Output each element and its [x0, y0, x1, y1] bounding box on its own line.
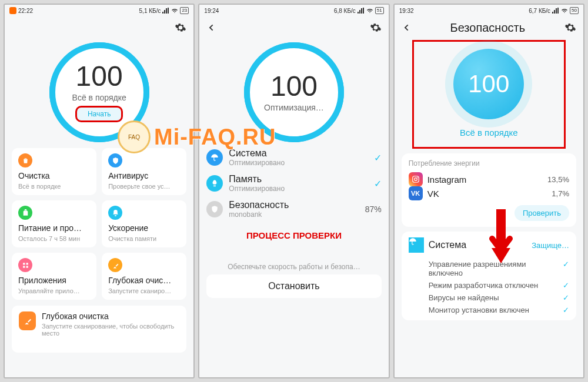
- score-subtitle: Всё в порядке: [460, 128, 518, 138]
- optimize-list: СистемаОптимизировано✓ПамятьОптимизирова…: [199, 142, 388, 219]
- wifi-icon: [561, 7, 568, 14]
- tile-title: Глубокая очис…: [108, 276, 180, 285]
- tile-sub: Управляйте прило…: [18, 287, 90, 294]
- status-net-speed: 5,1 КБ/с: [139, 8, 161, 14]
- status-net-speed: 6,8 КБ/с: [334, 8, 356, 14]
- tile-sub: Всё в порядке: [18, 183, 90, 190]
- header-row: Безопасность: [395, 16, 583, 39]
- shield-icon: [206, 201, 223, 217]
- shield-icon: [108, 153, 122, 167]
- back-icon[interactable]: [402, 23, 411, 32]
- energy-row[interactable]: Instagram13,5%: [409, 172, 569, 186]
- system-status: Защище…: [532, 241, 569, 250]
- tile-bell[interactable]: УскорениеОчистка памяти: [102, 200, 186, 247]
- item-sub: Оптимизировано: [229, 159, 368, 167]
- bullet-item: Управление разрешениями включено✓: [429, 260, 569, 277]
- score-area: 100 Всё в порядке Начать: [5, 39, 193, 142]
- score-value: 100: [264, 72, 324, 100]
- check-icon: ✓: [563, 306, 569, 314]
- score-subtitle: Всё в порядке: [72, 93, 126, 102]
- battery-icon: [18, 206, 32, 220]
- status-net-speed: 6,7 КБ/с: [529, 8, 550, 14]
- tile-apps[interactable]: ПриложенияУправляйте прило…: [12, 253, 96, 300]
- status-battery: 23: [180, 7, 189, 14]
- trash-icon: [18, 153, 32, 167]
- instagram-icon: [409, 172, 423, 186]
- check-button[interactable]: Проверить: [514, 205, 569, 221]
- score-subtitle: Оптимизация…: [264, 103, 324, 112]
- item-title: Безопасность: [229, 200, 359, 210]
- wifi-icon: [366, 7, 373, 14]
- phone-screen-3: 19:32 6,7 КБ/с 50 Безопасность 100 Всё в…: [393, 4, 584, 378]
- vk-icon: VK: [409, 186, 423, 200]
- broom-icon: [108, 258, 122, 272]
- signal-icon: [552, 8, 559, 14]
- status-bar: 22:22 5,1 КБ/с 23: [5, 5, 193, 16]
- status-time: 19:24: [204, 8, 219, 14]
- bullet-item: Монитор установки включен✓: [429, 306, 569, 314]
- check-icon: ✓: [374, 152, 382, 163]
- tiles-grid: ОчисткаВсё в порядкеАнтивирусПроверьте с…: [5, 142, 193, 300]
- item-sub: Оптимизировано: [229, 185, 368, 193]
- status-time: 22:22: [18, 8, 33, 14]
- umbrella-icon: [409, 237, 424, 253]
- list-item[interactable]: СистемаОптимизировано✓: [206, 148, 381, 167]
- app-name: Instagram: [427, 175, 543, 185]
- system-title: Система: [429, 240, 527, 250]
- item-title: Память: [229, 174, 368, 185]
- promo-title: Глубокая очистка: [42, 311, 179, 321]
- header-row: [199, 16, 388, 39]
- mi-badge-icon: [9, 7, 16, 14]
- app-percent: 1,7%: [552, 189, 569, 198]
- check-icon: ✓: [563, 260, 569, 269]
- energy-card: Потребление энергии Instagram13,5%VKVK1,…: [402, 153, 576, 227]
- tile-sub: Проверьте свое ус…: [108, 183, 180, 190]
- tile-trash[interactable]: ОчисткаВсё в порядке: [12, 148, 96, 195]
- energy-head: Потребление энергии: [409, 159, 569, 167]
- item-title: Система: [229, 148, 368, 159]
- broom-icon: [19, 311, 36, 330]
- gear-icon[interactable]: [564, 22, 576, 33]
- list-item[interactable]: Безопасностьmonobank87%: [206, 200, 381, 219]
- caption-process: ПРОЦЕСС ПРОВЕРКИ: [199, 230, 388, 240]
- signal-icon: [358, 8, 365, 14]
- tile-sub: Очистка памяти: [108, 235, 180, 242]
- start-button[interactable]: Начать: [75, 106, 123, 122]
- page-title: Безопасность: [411, 21, 564, 35]
- gear-icon[interactable]: [175, 22, 186, 33]
- score-ring: 100 Всё в порядке Начать: [49, 42, 149, 142]
- tile-shield[interactable]: АнтивирусПроверьте свое ус…: [102, 148, 186, 195]
- check-icon: ✓: [563, 281, 569, 290]
- tile-broom[interactable]: Глубокая очис…Запустите сканиро…: [102, 253, 186, 300]
- header-row: [5, 16, 193, 39]
- umbrella-icon: [206, 149, 223, 166]
- score-area-highlight: 100 Всё в порядке: [412, 40, 566, 149]
- gear-icon[interactable]: [370, 22, 382, 33]
- list-item[interactable]: ПамятьОптимизировано✓: [206, 174, 381, 193]
- tile-title: Очистка: [18, 171, 90, 180]
- status-bar: 19:24 6,8 КБ/с 51: [199, 5, 388, 16]
- promo-sub: Запустите сканирование, чтобы освободить…: [42, 323, 179, 337]
- wifi-icon: [171, 7, 178, 14]
- score-ring: 100 Оптимизация…: [244, 42, 344, 142]
- tile-battery[interactable]: Питание и про…Осталось 7 ч 58 мин: [12, 200, 96, 247]
- percent-value: 87%: [365, 205, 382, 214]
- tile-title: Питание и про…: [18, 223, 90, 233]
- bullet-item: Вирусы не найдены✓: [429, 293, 569, 302]
- system-card[interactable]: Система Защище… Управление разрешениями …: [402, 232, 576, 320]
- rocket-icon: [206, 175, 223, 192]
- item-sub: monobank: [229, 210, 359, 219]
- energy-row[interactable]: VKVK1,7%: [409, 186, 569, 200]
- back-icon[interactable]: [206, 23, 216, 32]
- phone-screen-2: 19:24 6,8 КБ/с 51 100 Оптимизация… Систе…: [198, 4, 389, 378]
- score-value: 100: [468, 70, 509, 98]
- system-bullet-list: Управление разрешениями включено✓Режим р…: [409, 260, 569, 314]
- check-icon: ✓: [374, 178, 382, 189]
- promo-card[interactable]: Глубокая очистка Запустите сканирование,…: [12, 306, 186, 353]
- signal-icon: [162, 8, 169, 14]
- tile-title: Ускорение: [108, 223, 180, 233]
- tile-sub: Запустите сканиро…: [108, 287, 180, 294]
- stop-button[interactable]: Остановить: [206, 274, 381, 298]
- footer-note: Обеспечьте скорость работы и безопа…: [199, 263, 388, 271]
- status-bar: 19:32 6,7 КБ/с 50: [395, 5, 583, 16]
